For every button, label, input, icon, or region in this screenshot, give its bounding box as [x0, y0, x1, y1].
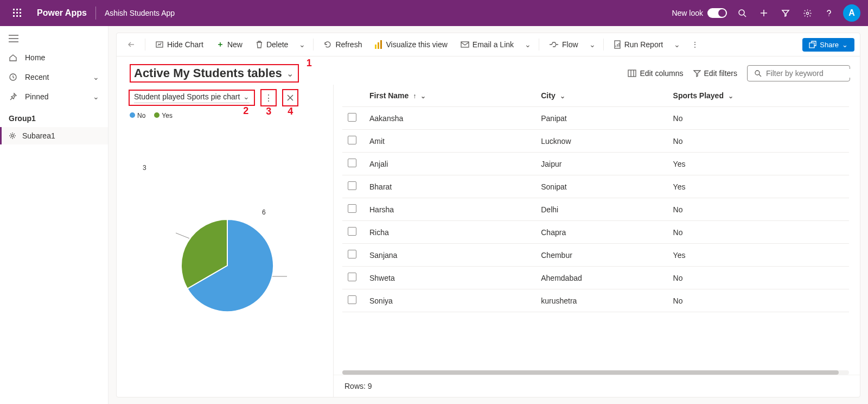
settings-gear-icon[interactable] [796, 9, 818, 18]
email-split-chevron[interactable]: ⌄ [521, 37, 534, 52]
cell-sports: Yes [668, 175, 849, 198]
flow-button[interactable]: Flow [544, 37, 584, 52]
refresh-button[interactable]: Refresh [318, 37, 367, 52]
cell-first-name: Anjali [364, 153, 535, 175]
toggle-switch-icon[interactable] [707, 8, 727, 18]
delete-button[interactable]: Delete [250, 37, 293, 52]
chart-selector-label: Student played Sports pie chart [134, 92, 240, 101]
nav-subarea1[interactable]: Subarea1 [0, 127, 108, 144]
run-report-button[interactable]: Run Report [608, 37, 669, 52]
table-row[interactable]: HarshaDelhiNo [342, 198, 849, 221]
row-checkbox[interactable] [348, 250, 356, 258]
cell-first-name: Shweta [364, 267, 535, 289]
delete-split-chevron[interactable]: ⌄ [296, 37, 309, 52]
chevron-down-icon[interactable]: ⌄ [728, 92, 733, 100]
table-row[interactable]: AakanshaPanipatNo [342, 107, 849, 130]
row-checkbox[interactable] [348, 136, 356, 144]
row-checkbox[interactable] [348, 295, 356, 304]
run-report-label: Run Report [624, 40, 663, 49]
edit-columns-button[interactable]: Edit columns [628, 69, 683, 78]
row-checkbox[interactable] [348, 113, 356, 122]
select-all-header[interactable] [342, 85, 364, 107]
add-icon[interactable] [753, 9, 775, 17]
chevron-down-icon[interactable]: ⌄ [93, 73, 99, 81]
nav-home-label: Home [25, 53, 45, 62]
help-icon[interactable] [818, 9, 840, 17]
nav-home[interactable]: Home [0, 48, 108, 67]
svg-rect-30 [628, 70, 636, 77]
app-launcher-icon[interactable] [4, 9, 30, 17]
col-sports-played[interactable]: Sports Played ⌄ [668, 85, 849, 107]
app-name: Ashish Students App [98, 9, 181, 17]
row-checkbox[interactable] [348, 159, 356, 167]
svg-point-9 [739, 10, 744, 15]
cell-city: Ahemdabad [535, 267, 667, 289]
chart-close-button[interactable]: 4 [282, 89, 298, 106]
back-button[interactable] [122, 37, 141, 52]
cell-city: Chapra [535, 221, 667, 244]
new-button[interactable]: ＋ New [211, 36, 248, 53]
chart-more-commands[interactable]: ⋮ 3 [260, 89, 277, 106]
mail-icon [461, 41, 469, 48]
email-link-button[interactable]: Email a Link [455, 37, 519, 52]
flow-split-chevron[interactable]: ⌄ [586, 37, 599, 52]
row-checkbox[interactable] [348, 227, 356, 236]
nav-pinned[interactable]: Pinned ⌄ [0, 87, 108, 106]
chevron-down-icon[interactable]: ⌄ [93, 92, 99, 101]
new-look-toggle[interactable]: New look [667, 8, 731, 18]
row-checkbox[interactable] [348, 273, 356, 281]
svg-rect-7 [16, 15, 18, 17]
chevron-down-icon[interactable]: ⌄ [560, 92, 565, 100]
scrollbar-thumb[interactable] [342, 370, 839, 375]
table-row[interactable]: AnjaliJaipurYes [342, 153, 849, 175]
cell-first-name: Sanjana [364, 244, 535, 267]
user-avatar[interactable]: A [843, 4, 860, 22]
nav-recent-label: Recent [25, 73, 49, 81]
col-first-name[interactable]: First Name ↑ ⌄ [364, 85, 535, 107]
chart-selector[interactable]: Student played Sports pie chart ⌄ 2 [129, 90, 255, 106]
svg-rect-8 [20, 15, 21, 17]
nav-pinned-label: Pinned [25, 92, 49, 101]
view-name: Active My Students tables [134, 66, 282, 80]
search-icon[interactable] [731, 9, 753, 17]
cell-sports: No [668, 130, 849, 153]
table-row[interactable]: RichaChapraNo [342, 221, 849, 244]
row-checkbox[interactable] [348, 181, 356, 190]
chevron-down-icon[interactable]: ⌄ [286, 68, 293, 79]
funnel-filter-icon[interactable] [775, 9, 796, 17]
svg-rect-24 [461, 42, 469, 47]
cell-sports: No [668, 289, 849, 312]
cell-first-name: Richa [364, 221, 535, 244]
command-overflow-button[interactable]: ⋮ [686, 37, 704, 52]
cell-city: Sonipat [535, 175, 667, 198]
table-row[interactable]: ShwetaAhemdabadNo [342, 267, 849, 289]
hide-chart-label: Hide Chart [167, 40, 203, 49]
header-row: First Name ↑ ⌄ City ⌄ Sp [342, 85, 849, 107]
table-row[interactable]: SoniyakurushetraNo [342, 289, 849, 312]
annotation-4: 4 [288, 106, 293, 117]
hamburger-icon[interactable] [0, 29, 108, 48]
flow-label: Flow [562, 40, 578, 49]
clock-icon [9, 73, 18, 81]
nav-recent[interactable]: Recent ⌄ [0, 67, 108, 87]
filter-keyword-field[interactable] [766, 69, 860, 78]
edit-filters-button[interactable]: Edit filters [693, 69, 737, 78]
chevron-down-icon[interactable]: ⌄ [420, 92, 426, 100]
table-row[interactable]: BharatSonipatYes [342, 175, 849, 198]
data-grid[interactable]: First Name ↑ ⌄ City ⌄ Sp [334, 85, 860, 365]
row-checkbox[interactable] [348, 204, 356, 213]
run-report-split-chevron[interactable]: ⌄ [671, 37, 684, 52]
horizontal-scrollbar[interactable] [342, 370, 849, 375]
table-row[interactable]: AmitLucknowNo [342, 130, 849, 153]
main-area: Hide Chart ＋ New Delete ⌄ Refresh [108, 26, 868, 404]
table-row[interactable]: SanjanaChemburYes [342, 244, 849, 267]
share-button[interactable]: Share ⌄ [802, 38, 854, 52]
col-city[interactable]: City ⌄ [535, 85, 667, 107]
cell-city: Lucknow [535, 130, 667, 153]
hide-chart-button[interactable]: Hide Chart [150, 37, 209, 52]
visualize-button[interactable]: Visualize this view [369, 37, 452, 52]
cell-first-name: Bharat [364, 175, 535, 198]
left-nav: Home Recent ⌄ Pinned ⌄ Group1 Subarea1 [0, 26, 108, 404]
view-selector[interactable]: Active My Students tables ⌄ 1 [130, 64, 299, 83]
filter-keyword-input[interactable] [747, 65, 850, 81]
